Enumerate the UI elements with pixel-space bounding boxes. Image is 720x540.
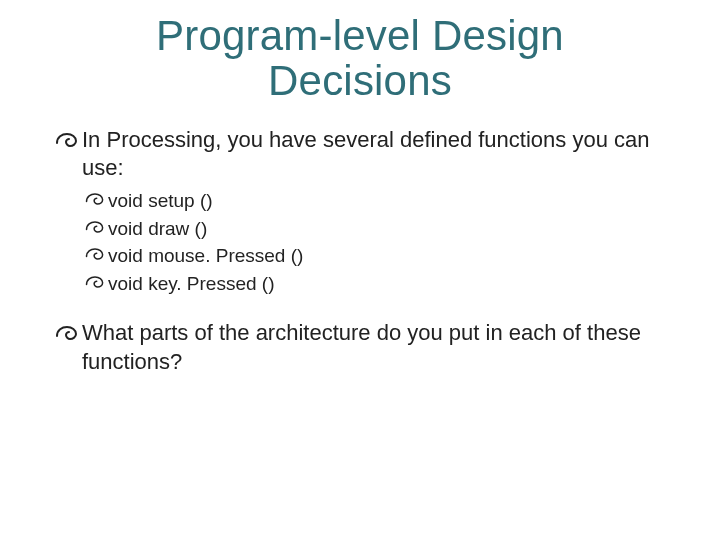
swirl-icon [84,189,106,209]
slide-title: Program-level Design Decisions [60,0,660,126]
bullet-text: void mouse. Pressed () [108,242,660,270]
bullet-level-1: In Processing, you have several defined … [54,126,660,183]
bullet-text: In Processing, you have several defined … [82,126,660,183]
bullet-level-1: What parts of the architecture do you pu… [54,319,660,376]
bullet-level-2: void mouse. Pressed () [84,242,660,270]
bullet-level-2: void key. Pressed () [84,270,660,298]
swirl-icon [84,272,106,292]
swirl-icon [54,129,80,151]
swirl-icon [54,322,80,344]
bullet-level-2: void setup () [84,187,660,215]
bullet-text: void setup () [108,187,660,215]
bullet-text: What parts of the architecture do you pu… [82,319,660,376]
bullet-text: void draw () [108,215,660,243]
bullet-text: void key. Pressed () [108,270,660,298]
slide: Program-level Design Decisions In Proces… [0,0,720,540]
bullet-level-2: void draw () [84,215,660,243]
swirl-icon [84,217,106,237]
swirl-icon [84,244,106,264]
